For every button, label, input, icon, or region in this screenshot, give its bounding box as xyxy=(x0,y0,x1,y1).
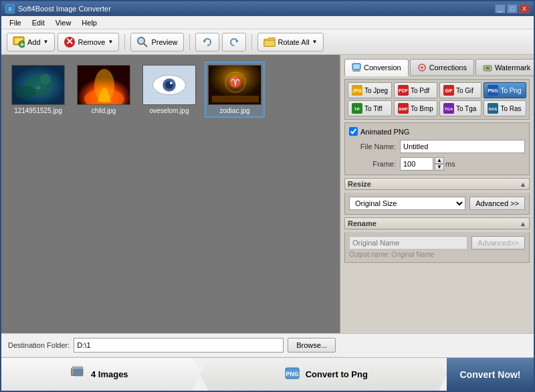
convert-to-button[interactable]: PNG Convert to Png xyxy=(201,358,447,391)
separator-1 xyxy=(124,34,125,50)
svg-text:🐟: 🐟 xyxy=(35,84,42,90)
image-thumb-1: 🐟 xyxy=(11,65,65,105)
thumb-eye xyxy=(143,66,195,104)
tab-conversion[interactable]: Conversion xyxy=(344,59,409,76)
frame-label: Frame: xyxy=(349,160,396,168)
menu-bar: File Edit View Help xyxy=(1,16,534,29)
format-tga-label: To Tga xyxy=(456,105,476,112)
frame-down-button[interactable]: ▼ xyxy=(435,164,444,171)
tab-bar: Conversion Corrections xyxy=(344,59,530,76)
rename-input[interactable] xyxy=(349,236,467,250)
pdf-icon: PDF xyxy=(398,85,409,96)
rename-arrow-icon: ▲ xyxy=(520,220,526,227)
remove-button[interactable]: ✕ Remove ▼ xyxy=(58,33,120,52)
svg-line-9 xyxy=(144,43,147,47)
rotate-right-icon xyxy=(228,36,240,48)
folder-icon xyxy=(263,36,276,48)
tab-corrections-label: Corrections xyxy=(429,64,467,72)
svg-text:TGA: TGA xyxy=(445,107,453,111)
format-gif-button[interactable]: GIF To Gif xyxy=(439,82,482,98)
add-label: Add xyxy=(27,38,41,46)
format-tga-button[interactable]: TGA To Tga xyxy=(439,100,482,116)
image-item-1[interactable]: 🐟 1214951525.jpg xyxy=(8,62,68,118)
animated-png-label: Animated PNG xyxy=(360,128,409,136)
format-png-label: To Png xyxy=(500,87,521,94)
tab-watermark-label: Watermark xyxy=(495,64,530,72)
rename-section-header[interactable]: Rename ▲ xyxy=(344,217,530,229)
app-icon: S xyxy=(5,4,15,13)
frame-unit: ms xyxy=(445,160,455,168)
tiff-icon: TIF xyxy=(352,103,362,114)
format-jpeg-button[interactable]: JPG To Jpeg xyxy=(348,82,392,98)
frame-spinner: ▲ ▼ ms xyxy=(400,157,455,171)
rotate-all-dropdown-icon: ▼ xyxy=(312,39,318,45)
menu-help[interactable]: Help xyxy=(76,17,102,28)
options-area: Animated PNG File Name: Frame: ▲ ▼ xyxy=(344,122,530,175)
minimize-button[interactable]: _ xyxy=(495,4,506,13)
gif-icon: GIF xyxy=(443,85,454,96)
svg-point-15 xyxy=(15,86,35,99)
animated-png-row: Animated PNG xyxy=(349,127,525,136)
rename-advanced-button[interactable]: Advanced>> xyxy=(471,236,525,250)
preview-button[interactable]: Preview xyxy=(130,33,183,52)
svg-text:PNG: PNG xyxy=(488,88,499,93)
animated-png-checkbox[interactable] xyxy=(349,127,358,136)
rename-title: Rename xyxy=(348,219,377,227)
menu-edit[interactable]: Edit xyxy=(27,17,50,28)
maximize-button[interactable]: □ xyxy=(507,4,518,13)
resize-title: Resize xyxy=(348,180,371,188)
close-button[interactable]: X xyxy=(519,4,530,13)
resize-advanced-button[interactable]: Advanced >> xyxy=(469,197,525,210)
filename-row: File Name: xyxy=(349,140,525,153)
svg-text:✕: ✕ xyxy=(66,36,74,47)
rotate-right-button[interactable] xyxy=(222,33,246,52)
svg-point-10 xyxy=(139,39,143,43)
format-bmp-label: To Bmp xyxy=(411,105,433,112)
separator-3 xyxy=(251,34,252,50)
filename-input[interactable] xyxy=(400,140,525,153)
format-tiff-button[interactable]: TIF To Tiff xyxy=(348,100,392,116)
thumb-zodiac: ♈ xyxy=(209,66,261,104)
rename-row: Advanced>> xyxy=(349,236,525,250)
format-pdf-button[interactable]: PDF To Pdf xyxy=(394,82,437,98)
watermark-icon: W xyxy=(483,63,492,72)
image-item-2[interactable]: child.jpg xyxy=(74,62,134,118)
image-area: 🐟 1214951525.jpg xyxy=(1,55,340,340)
frame-up-button[interactable]: ▲ xyxy=(435,157,444,164)
rotate-left-button[interactable] xyxy=(195,33,219,52)
format-png-button[interactable]: PNG To Png xyxy=(484,82,526,98)
frame-input[interactable] xyxy=(400,157,433,171)
tab-watermark[interactable]: W Watermark xyxy=(475,59,535,76)
format-ras-button[interactable]: RAS To Ras xyxy=(484,100,526,116)
convert-bar: 4 Images PNG Convert to Png Convert Now! xyxy=(1,357,534,391)
svg-point-25 xyxy=(170,82,173,84)
format-tiff-label: To Tiff xyxy=(364,105,383,112)
folder-button[interactable]: Rotate All ▼ xyxy=(257,33,324,52)
format-bmp-button[interactable]: BMP To Bmp xyxy=(394,100,437,116)
image-item-3[interactable]: oveselom.jpg xyxy=(139,62,199,118)
toolbar: + Add ▼ ✕ Remove ▼ xyxy=(1,29,534,55)
menu-file[interactable]: File xyxy=(4,17,27,28)
image-thumb-2 xyxy=(77,65,130,105)
corrections-icon xyxy=(417,63,427,72)
browse-button[interactable]: Browse... xyxy=(288,338,336,353)
convert-to-label: Convert to Png xyxy=(306,369,368,379)
images-count-button[interactable]: 4 Images xyxy=(1,358,201,391)
tab-corrections[interactable]: Corrections xyxy=(410,59,474,76)
convert-now-button[interactable]: Convert Now! xyxy=(447,358,534,391)
resize-select[interactable]: Original Size xyxy=(349,197,465,210)
remove-icon: ✕ xyxy=(64,36,76,48)
rename-section-content: Advanced>> Output name: Original Name xyxy=(344,232,530,263)
svg-rect-56 xyxy=(74,369,83,376)
svg-text:♈: ♈ xyxy=(229,76,242,88)
resize-section-header[interactable]: Resize ▲ xyxy=(344,178,530,190)
animated-png-checkbox-label[interactable]: Animated PNG xyxy=(349,127,409,136)
menu-view[interactable]: View xyxy=(50,17,77,28)
svg-point-16 xyxy=(40,74,51,84)
image-label-2: child.jpg xyxy=(92,107,116,114)
image-item-4[interactable]: ♈ zodiac.jpg xyxy=(205,62,265,118)
destination-input[interactable] xyxy=(74,338,284,353)
svg-text:S: S xyxy=(8,6,11,12)
right-panel: Conversion Corrections xyxy=(340,55,534,340)
add-button[interactable]: + Add ▼ xyxy=(7,33,55,52)
